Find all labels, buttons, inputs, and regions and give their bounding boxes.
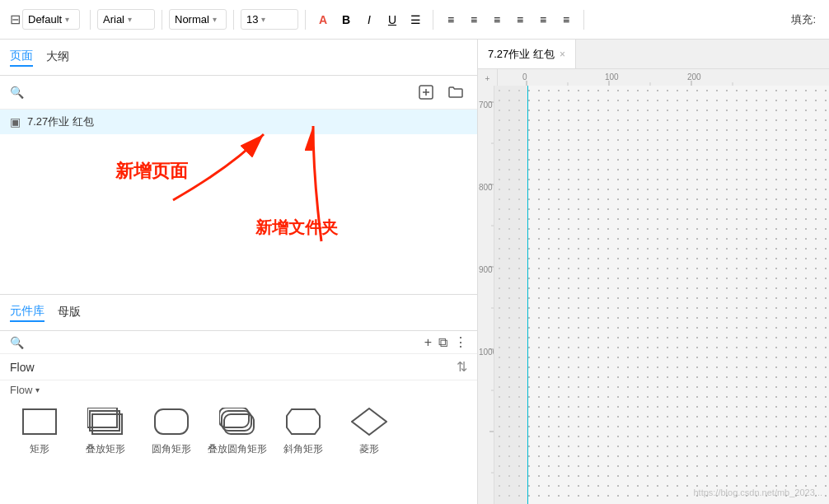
canvas-tab-label: 7.27作业 红包: [488, 47, 555, 62]
shape-rounded-rect[interactable]: 圆角矩形: [142, 404, 201, 456]
sep3: [233, 10, 234, 30]
shape-stack-rounded-rect-label: 叠放圆角矩形: [208, 442, 267, 456]
pages-list-container: ▣ 7.27作业 红包 新增页面: [0, 110, 477, 294]
style-select-label: Normal: [175, 13, 209, 26]
shape-stack-rounded-rect[interactable]: 叠放圆角矩形: [208, 404, 267, 456]
toolbar-template-group: ⊟ Default ▾: [7, 9, 83, 30]
shape-rect[interactable]: 矩形: [10, 404, 69, 456]
add-folder-button[interactable]: [444, 81, 467, 104]
canvas-content[interactable]: https://blog.csdn.net/mb_2023...: [494, 86, 829, 504]
pages-section: 页面 大纲 🔍: [0, 40, 477, 295]
add-page-icon: [418, 84, 434, 100]
shape-stack-rounded-rect-icon: [216, 404, 259, 439]
flow-category-caret: ▾: [35, 385, 40, 394]
tab-outline[interactable]: 大纲: [46, 49, 69, 66]
pages-search-input[interactable]: [29, 86, 410, 99]
fill-label: 填充:: [791, 12, 822, 27]
shape-stack-rect[interactable]: 叠放矩形: [76, 404, 135, 456]
add-folder-icon: [447, 84, 464, 100]
flow-select-label[interactable]: Flow: [10, 361, 457, 374]
ruler-h-ticks: [498, 69, 829, 86]
canvas-tab-main[interactable]: 7.27作业 红包 ×: [478, 40, 576, 68]
ruler-v-700: 700: [479, 100, 493, 110]
left-panel: 页面 大纲 🔍: [0, 40, 478, 504]
canvas-left-margin: [494, 86, 527, 504]
shape-stack-rect-label: 叠放矩形: [86, 442, 125, 456]
align-extra2-btn[interactable]: ≡: [555, 9, 577, 30]
comp-search-input[interactable]: [29, 336, 419, 348]
svg-marker-13: [287, 409, 320, 434]
ruler-v-800: 800: [479, 183, 493, 192]
page-item-icon: ▣: [10, 115, 21, 128]
svg-rect-5: [23, 409, 56, 434]
list-btn[interactable]: ☰: [405, 9, 426, 30]
annotation-overlay: 新增页面 新增文件夹: [0, 110, 477, 294]
comp-more-btn[interactable]: ⋮: [454, 334, 467, 350]
underline-btn[interactable]: U: [382, 9, 403, 30]
svg-marker-14: [352, 408, 386, 435]
toolbar: ⊟ Default ▾ Arial ▾ Normal ▾ 13 ▾ A B I …: [0, 0, 829, 40]
template-icon: ⊟: [10, 12, 21, 27]
shape-rounded-rect-label: 圆角矩形: [152, 442, 191, 456]
align-right-btn[interactable]: ≡: [486, 9, 508, 30]
style-select-arrow: ▾: [213, 15, 217, 24]
shape-rect-label: 矩形: [30, 442, 49, 456]
sep2: [162, 10, 162, 30]
comp-actions: + ⧉ ⋮: [424, 334, 467, 350]
align-justify-btn[interactable]: ≡: [509, 9, 531, 30]
font-select-arrow: ▾: [128, 15, 132, 24]
components-header: 元件库 母版: [0, 295, 477, 331]
canvas-ruler-h: 0 100 200: [498, 69, 829, 86]
shape-diamond-label: 菱形: [359, 442, 379, 456]
shape-diamond[interactable]: 菱形: [340, 404, 399, 456]
tab-library[interactable]: 元件库: [10, 304, 44, 322]
size-select-arrow: ▾: [261, 15, 265, 24]
ruler-v-1000: 1000: [479, 348, 494, 357]
italic-btn[interactable]: I: [358, 9, 380, 30]
flow-category-label: Flow: [10, 384, 32, 396]
canvas-with-ruler: 700 800 900 1000 https://blog.csdn.net/m…: [478, 86, 829, 504]
shape-chamfer-rect[interactable]: 斜角矩形: [274, 404, 333, 456]
sep4: [305, 10, 306, 30]
font-color-btn[interactable]: A: [312, 9, 334, 30]
sep1: [90, 10, 91, 30]
align-group: ≡ ≡ ≡ ≡ ≡ ≡: [440, 9, 577, 30]
add-page-button[interactable]: [414, 81, 438, 104]
template-select-arrow: ▾: [65, 15, 69, 24]
shape-chamfer-rect-label: 斜角矩形: [283, 442, 323, 456]
shapes-grid: 矩形 叠放矩形: [0, 399, 477, 461]
align-center-btn[interactable]: ≡: [463, 9, 485, 30]
page-item-name: 7.27作业 红包: [27, 114, 94, 129]
flow-category[interactable]: Flow ▾: [0, 380, 477, 399]
canvas-watermark: https://blog.csdn.net/mb_2023...: [693, 488, 822, 497]
comp-copy-btn[interactable]: ⧉: [438, 335, 447, 350]
canvas-tabs: 7.27作业 红包 ×: [478, 40, 829, 69]
template-select[interactable]: Default ▾: [22, 9, 80, 30]
font-select[interactable]: Arial ▾: [97, 9, 155, 30]
origin-symbol: +: [485, 74, 490, 83]
search-icon: 🔍: [10, 86, 24, 99]
shape-rect-icon: [18, 404, 61, 439]
page-item[interactable]: ▣ 7.27作业 红包: [0, 110, 477, 134]
canvas-tab-close[interactable]: ×: [560, 49, 565, 60]
sep5: [433, 10, 433, 30]
tab-pages[interactable]: 页面: [10, 49, 33, 67]
template-select-label: Default: [28, 13, 62, 26]
size-select[interactable]: 13 ▾: [241, 9, 298, 30]
bold-btn[interactable]: B: [335, 9, 357, 30]
annotation-add-page-label: 新增页面: [115, 159, 188, 184]
ruler-v-ticks: [478, 86, 494, 504]
shape-stack-rect-icon: [84, 404, 127, 439]
tab-master[interactable]: 母版: [58, 305, 81, 321]
flow-select-row: Flow ⇅: [0, 354, 477, 380]
align-left-btn[interactable]: ≡: [440, 9, 461, 30]
pages-search-actions: [414, 81, 467, 104]
canvas-vertical-guide: [527, 86, 528, 504]
main-layout: 页面 大纲 🔍: [0, 40, 829, 504]
flow-expand-icon[interactable]: ⇅: [457, 359, 467, 375]
shape-chamfer-rect-icon: [282, 404, 325, 439]
align-extra1-btn[interactable]: ≡: [532, 9, 554, 30]
style-select[interactable]: Normal ▾: [169, 9, 227, 30]
comp-add-btn[interactable]: +: [424, 335, 432, 350]
pages-search-bar: 🔍: [0, 76, 477, 110]
